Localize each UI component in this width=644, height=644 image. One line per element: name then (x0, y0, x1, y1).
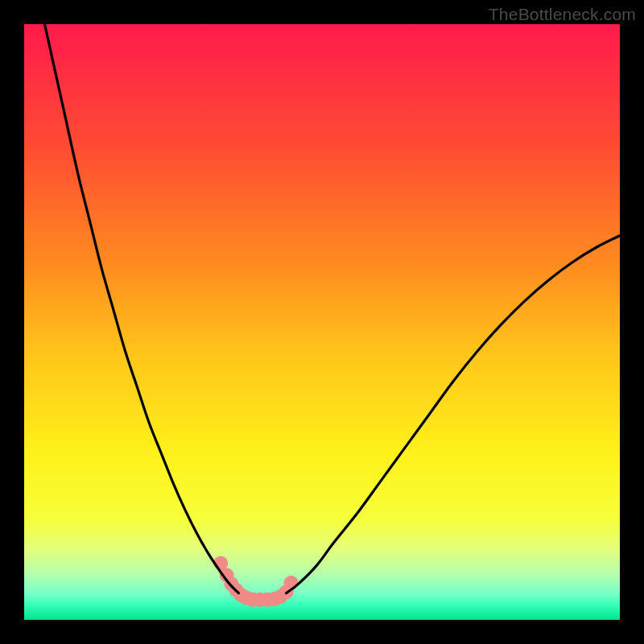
plot-area (24, 24, 620, 620)
chart-frame: TheBottleneck.com (0, 0, 644, 644)
left-branch-line (42, 24, 238, 593)
right-branch-line (287, 236, 620, 593)
floor-dot (284, 576, 299, 590)
curves-svg (24, 24, 620, 620)
watermark-text: TheBottleneck.com (489, 5, 636, 24)
